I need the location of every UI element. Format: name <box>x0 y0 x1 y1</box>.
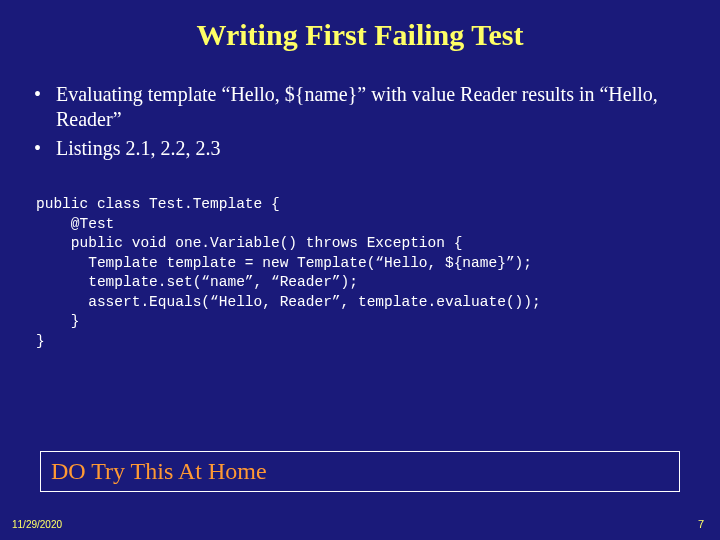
slide: Writing First Failing Test • Evaluating … <box>0 0 720 540</box>
bullet-dot: • <box>34 136 56 161</box>
page-number: 7 <box>698 518 704 530</box>
bullet-item: • Evaluating template “Hello, ${name}” w… <box>34 82 690 132</box>
bullet-dot: • <box>34 82 56 132</box>
footer-date: 11/29/2020 <box>12 519 62 530</box>
bullet-item: • Listings 2.1, 2.2, 2.3 <box>34 136 690 161</box>
bullet-list: • Evaluating template “Hello, ${name}” w… <box>34 82 690 161</box>
code-block: public class Test.Template { @Test publi… <box>36 195 690 352</box>
callout-container: DO Try This At Home <box>40 451 680 492</box>
bullet-text: Evaluating template “Hello, ${name}” wit… <box>56 82 690 132</box>
bullet-text: Listings 2.1, 2.2, 2.3 <box>56 136 690 161</box>
slide-title: Writing First Failing Test <box>30 18 690 52</box>
callout-box: DO Try This At Home <box>40 451 680 492</box>
